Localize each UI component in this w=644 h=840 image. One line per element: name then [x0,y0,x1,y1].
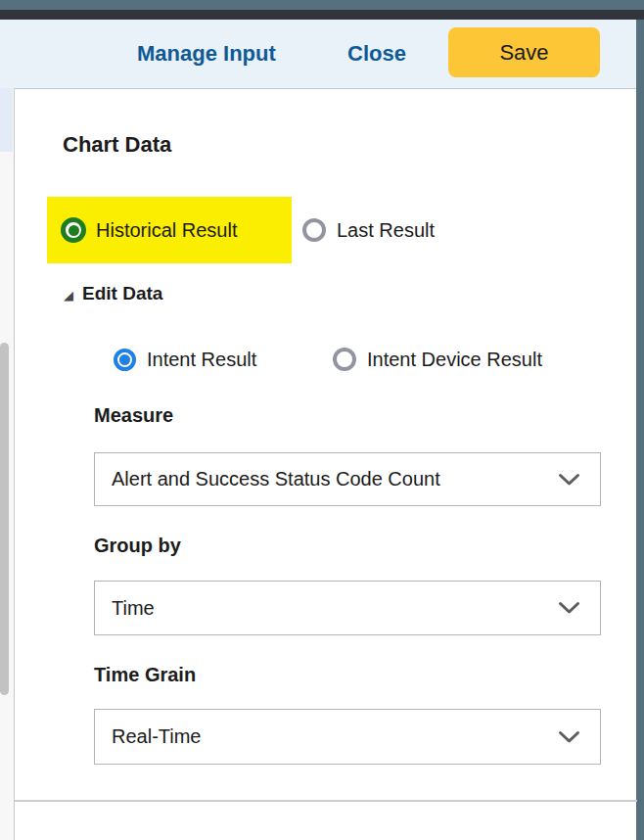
collapse-triangle-icon: ◢ [64,289,73,302]
time-grain-select[interactable]: Real-Time [94,709,601,765]
manage-input-link[interactable]: Manage Input [137,20,276,88]
top-dark-bar [0,10,644,20]
radio-option-intent-device-result[interactable]: Intent Device Result [333,347,542,372]
radio-selected-icon[interactable] [61,217,86,243]
last-result-label[interactable]: Last Result [337,219,435,242]
radio-selected-icon[interactable] [114,349,136,371]
group-by-label: Group by [94,535,181,557]
edit-data-label[interactable]: Edit Data [82,283,162,304]
measure-select-value: Alert and Success Status Code Count [112,468,440,490]
radio-unselected-icon[interactable] [333,348,356,371]
left-rail [0,88,14,840]
radio-option-intent-result[interactable]: Intent Result [114,347,256,372]
intent-device-result-label[interactable]: Intent Device Result [367,349,542,371]
measure-select[interactable]: Alert and Success Status Code Count [94,452,601,506]
historical-result-label[interactable]: Historical Result [96,219,237,242]
toolbar: Manage Input Close Save [0,20,636,88]
group-by-select[interactable]: Time [94,581,601,635]
panel-title: Chart Data [63,132,171,158]
radio-unselected-icon[interactable] [302,218,326,242]
close-link[interactable]: Close [347,20,406,88]
vertical-scrollbar-thumb[interactable] [0,343,9,695]
time-grain-select-value: Real-Time [112,725,202,748]
measure-label: Measure [94,404,173,427]
edit-data-toggle[interactable]: ◢ Edit Data [64,281,162,306]
top-accent-bar [0,0,644,10]
section-divider [15,800,637,802]
right-accent-bar [636,20,644,840]
chevron-down-icon [558,601,580,615]
chevron-down-icon [558,473,580,487]
chart-data-panel: Chart Data Historical Result Last Result… [14,88,636,840]
chevron-down-icon [558,730,580,744]
rail-highlight-strip [0,88,13,152]
radio-option-historical-result[interactable]: Historical Result [47,197,292,263]
intent-result-label[interactable]: Intent Result [147,349,256,371]
radio-option-last-result[interactable]: Last Result [302,197,435,263]
save-button[interactable]: Save [448,27,600,77]
group-by-select-value: Time [112,597,155,620]
time-grain-label: Time Grain [94,664,196,686]
